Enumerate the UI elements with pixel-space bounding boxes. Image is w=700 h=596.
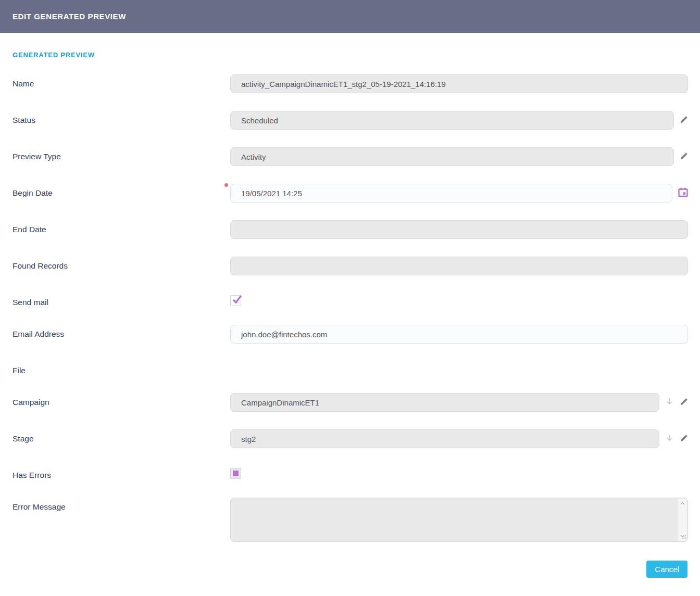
form-row-send-mail: Send mail [0, 293, 700, 307]
form-row-email-address: Email Address [0, 325, 700, 344]
form-row-found-records: Found Records [0, 257, 700, 275]
footer: Cancel [0, 561, 700, 578]
form-row-status: Status [0, 111, 700, 130]
down-arrow-icon [665, 397, 674, 408]
cancel-button[interactable]: Cancel [646, 561, 688, 578]
calendar-icon [678, 187, 688, 199]
preview-type-edit-button[interactable] [680, 152, 688, 162]
send-mail-label: Send mail [0, 293, 230, 307]
file-label: File [0, 361, 230, 375]
error-message-label: Error Message [0, 498, 230, 512]
form-row-end-date: End Date [0, 220, 700, 239]
status-label: Status [0, 111, 230, 125]
campaign-edit-button[interactable] [680, 398, 688, 408]
has-errors-label: Has Errors [0, 466, 230, 480]
stage-label: Stage [0, 429, 230, 443]
stage-edit-button[interactable] [680, 434, 688, 444]
begin-date-label: Begin Date [0, 184, 230, 198]
status-input[interactable] [230, 111, 674, 130]
has-errors-checkbox[interactable] [230, 468, 241, 479]
form-row-campaign: Campaign [0, 393, 700, 412]
stage-lookup-button[interactable] [665, 434, 674, 444]
error-message-textarea[interactable] [230, 498, 688, 542]
email-address-input[interactable] [230, 325, 688, 344]
preview-type-label: Preview Type [0, 147, 230, 161]
indeterminate-square-icon [233, 471, 239, 476]
campaign-label: Campaign [0, 393, 230, 407]
status-edit-button[interactable] [680, 116, 688, 125]
form-row-preview-type: Preview Type [0, 147, 700, 166]
name-label: Name [0, 74, 230, 88]
form-row-error-message: Error Message [0, 498, 700, 542]
campaign-input[interactable] [230, 393, 659, 412]
begin-date-calendar-button[interactable] [678, 187, 688, 199]
found-records-label: Found Records [0, 257, 230, 271]
stage-input[interactable] [230, 429, 659, 448]
page-title: EDIT GENERATED PREVIEW [12, 12, 126, 21]
section-title: GENERATED PREVIEW [12, 51, 700, 59]
begin-date-input[interactable] [230, 184, 672, 202]
send-mail-checkbox[interactable] [230, 295, 241, 306]
found-records-input[interactable] [230, 257, 688, 275]
window-titlebar: EDIT GENERATED PREVIEW [0, 0, 700, 33]
email-address-label: Email Address [0, 325, 230, 339]
name-input[interactable] [230, 74, 688, 93]
end-date-label: End Date [0, 220, 230, 234]
down-arrow-icon [665, 434, 674, 444]
check-icon [231, 294, 243, 306]
pencil-icon [680, 398, 688, 408]
form-row-stage: Stage [0, 429, 700, 448]
end-date-input[interactable] [230, 220, 688, 239]
form-row-name: Name [0, 74, 700, 93]
form-row-has-errors: Has Errors [0, 466, 700, 480]
form-row-begin-date: Begin Date [0, 184, 700, 202]
pencil-icon [680, 116, 688, 125]
campaign-lookup-button[interactable] [665, 397, 674, 408]
preview-type-input[interactable] [230, 147, 674, 166]
pencil-icon [680, 152, 688, 162]
scroll-up-icon[interactable] [678, 499, 687, 508]
form-row-file: File [0, 361, 700, 375]
resize-grip-icon[interactable] [682, 531, 686, 541]
pencil-icon [680, 434, 688, 444]
required-indicator [224, 183, 228, 187]
